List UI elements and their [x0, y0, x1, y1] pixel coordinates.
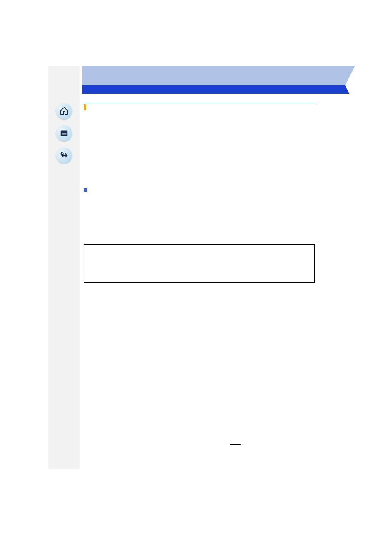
menu-icon	[60, 129, 69, 138]
back-icon	[60, 151, 69, 160]
banner-bottom-stripe	[82, 85, 367, 94]
section-divider	[84, 103, 316, 103]
sidebar	[48, 66, 80, 469]
bullet-icon	[84, 188, 87, 192]
nav-button-group	[56, 103, 72, 164]
home-icon	[60, 106, 69, 115]
page-frame	[48, 66, 344, 469]
home-button[interactable]	[56, 103, 72, 119]
content-area	[84, 66, 344, 94]
back-button[interactable]	[56, 147, 72, 164]
banner-top-stripe	[82, 66, 367, 85]
callout-box	[84, 244, 315, 283]
page-number-underline	[230, 444, 241, 445]
menu-button[interactable]	[56, 125, 72, 141]
chapter-banner	[82, 66, 367, 94]
section-marker	[84, 104, 86, 110]
